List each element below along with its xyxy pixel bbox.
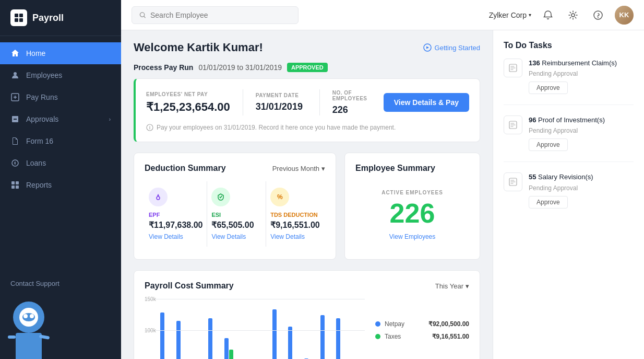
approved-badge: APPROVED [287,63,328,72]
pay-run-header: Process Pay Run 01/01/2019 to 31/01/2019… [134,63,480,72]
deduction-summary-card: Deduction Summary Previous Month ▾ [134,153,336,260]
employee-summary-card: Employee Summary ACTIVE EMPLOYEES 226 Vi… [344,153,480,260]
getting-started-link[interactable]: Getting Started [423,43,480,52]
todo-item-0: 136 Reimbursement Claim(s) Pending Appro… [504,59,634,105]
pay-run-label: Process Pay Run [134,63,193,72]
sidebar-item-employees[interactable]: Employees [0,64,121,86]
todo-title: To Do Tasks [504,41,634,50]
sidebar-item-pay-runs-label: Pay Runs [26,93,58,101]
topbar: Zylker Corp ▾ [121,0,644,30]
epf-view-details-link[interactable]: View Details [149,233,202,240]
sidebar-item-reports[interactable]: Reports [0,174,121,196]
approve-button-0[interactable]: Approve [529,82,568,94]
svg-rect-9 [11,186,15,189]
todo-sub-2: Pending Approval [529,184,634,192]
contact-support-link[interactable]: Contact Support [10,280,59,287]
search-input[interactable] [150,11,291,19]
chart-legend: Netpay ₹92,00,500.00 Taxes ₹9,16,551.00 [375,299,469,359]
sidebar-item-approvals[interactable]: Approvals › [0,108,121,130]
svg-rect-7 [11,181,15,184]
legend-taxes-dot [375,334,380,339]
sidebar-item-form16-label: Form 16 [26,137,53,145]
main: Zylker Corp ▾ [121,0,644,359]
pay-run-date-range: 01/01/2019 to 31/01/2019 [198,63,282,72]
info-icon [146,124,153,131]
svg-text:%: % [277,193,283,201]
esi-icon [211,188,230,206]
sidebar-item-approvals-label: Approvals [26,115,58,123]
sidebar: Payroll Home Employees [0,0,121,359]
company-name[interactable]: Zylker Corp ▾ [489,11,531,19]
employees-icon [10,71,20,80]
chevron-down-icon-2: ▾ [466,282,469,290]
view-employees-link[interactable]: View Employees [389,233,436,240]
topbar-right: Zylker Corp ▾ [489,6,634,25]
user-avatar[interactable]: KK [615,6,634,25]
employee-summary-body: ACTIVE EMPLOYEES 226 View Employees [355,181,469,249]
svg-rect-3 [19,18,23,22]
deduction-items: EPF ₹11,97,638.00 View Details [145,181,325,247]
company-chevron-icon: ▾ [529,12,531,18]
sidebar-nav: Home Employees Pay Runs [0,36,121,270]
pay-run-metrics: EMPLOYEES' NET PAY ₹1,25,23,654.00 PAYME… [146,89,469,115]
payroll-cost-card: Payroll Cost Summary This Year ▾ 150k [134,270,480,359]
view-details-pay-button[interactable]: View Details & Pay [384,93,469,112]
sidebar-item-reports-label: Reports [26,181,52,189]
logo: Payroll [0,0,121,36]
todo-icon-0 [504,59,522,77]
employee-summary-header: Employee Summary [355,164,469,173]
payroll-period-select[interactable]: This Year ▾ [435,282,469,290]
chevron-down-icon: ▾ [321,165,325,172]
chart-area: 150k 100k [145,299,365,359]
epf-icon [149,188,168,206]
net-pay-metric: EMPLOYEES' NET PAY ₹1,25,23,654.00 [146,91,230,114]
welcome-row: Welcome Kartik Kumar! Getting Started [134,41,480,54]
legend-netpay-dot [375,321,380,327]
sidebar-item-home[interactable]: Home [0,42,121,64]
play-circle-icon [423,43,432,52]
svg-rect-2 [15,18,18,22]
todo-text-1: 96 Proof of Investment(s) [529,115,634,125]
search-icon [139,11,146,19]
legend-taxes: Taxes ₹9,16,551.00 [375,333,469,340]
two-col-section: Deduction Summary Previous Month ▾ [134,153,480,260]
sidebar-item-form16[interactable]: Form 16 [0,130,121,152]
approve-button-1[interactable]: Approve [529,138,568,151]
sidebar-item-home-label: Home [26,49,45,57]
logo-text: Payroll [32,13,64,24]
settings-icon[interactable] [565,7,581,24]
sidebar-item-loans[interactable]: Loans [0,152,121,174]
metric-divider-2 [319,89,320,115]
epf-item: EPF ₹11,97,638.00 View Details [145,181,207,247]
notification-bell-icon[interactable] [540,7,556,24]
welcome-title: Welcome Kartik Kumar! [134,41,263,54]
esi-item: ESI ₹65,505.00 View Details [207,181,266,247]
home-icon [10,49,20,58]
main-content: Welcome Kartik Kumar! Getting Started Pr… [121,30,493,359]
chart-content: 150k 100k Netpay ₹ [145,299,469,359]
search-box[interactable] [132,6,299,24]
help-icon[interactable] [590,7,606,24]
todo-content-2: 55 Salary Revision(s) Pending Approval A… [529,172,634,208]
deduction-period-select[interactable]: Previous Month ▾ [272,165,325,172]
form16-icon [10,136,20,146]
svg-point-4 [14,72,17,75]
sidebar-footer: Contact Support [0,270,121,296]
svg-rect-1 [19,14,23,17]
tds-view-details-link[interactable]: View Details [270,233,321,240]
pay-runs-icon [10,92,20,102]
sidebar-item-pay-runs[interactable]: Pay Runs [0,86,121,108]
todo-content-1: 96 Proof of Investment(s) Pending Approv… [529,115,634,151]
deduction-summary-header: Deduction Summary Previous Month ▾ [145,164,325,173]
logo-icon [10,9,27,26]
todo-items-container: 136 Reimbursement Claim(s) Pending Appro… [504,59,634,219]
pay-run-section: Process Pay Run 01/01/2019 to 31/01/2019… [134,63,480,142]
approve-button-2[interactable]: Approve [529,196,568,209]
chevron-right-icon: › [109,117,111,122]
todo-icon-2 [504,172,522,191]
metric-divider [243,89,243,115]
pay-run-card: EMPLOYEES' NET PAY ₹1,25,23,654.00 PAYME… [134,78,480,142]
svg-rect-8 [16,181,19,184]
esi-view-details-link[interactable]: View Details [211,233,261,240]
legend-netpay: Netpay ₹92,00,500.00 [375,320,469,328]
